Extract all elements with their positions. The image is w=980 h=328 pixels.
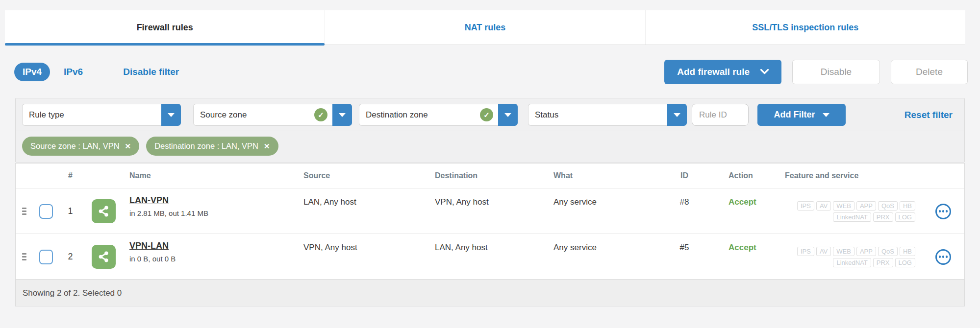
filter-tag-label: Destination zone : LAN, VPN [154, 141, 258, 151]
status-filter: Status [528, 104, 687, 126]
table-header-row: # Name Source Destination What ID Action… [16, 164, 964, 188]
badge-app: APP [856, 247, 876, 256]
badge-av: AV [816, 247, 831, 256]
filter-tag-source-zone: Source zone : LAN, VPN ✕ [22, 137, 139, 156]
badge-ips: IPS [797, 201, 814, 211]
triangle-down-icon [823, 113, 829, 117]
rule-traffic-stats: in 2.81 MB, out 1.41 MB [129, 209, 300, 217]
filter-panel: Rule type Source zone ✓ Destination zone… [15, 98, 965, 163]
source-zone-filter: Source zone ✓ [193, 104, 352, 126]
rule-id-input[interactable] [692, 104, 749, 126]
remove-filter-icon[interactable]: ✕ [264, 142, 270, 151]
badge-av: AV [816, 201, 831, 211]
cell-what: Any service [550, 234, 667, 280]
source-zone-dropdown-button[interactable] [332, 104, 352, 126]
table-row: 1 LAN-VPN in 2.81 MB, out 1.41 MB LAN, A… [16, 188, 964, 234]
cell-rule-id: #8 [667, 188, 702, 234]
header-destination: Destination [431, 171, 550, 180]
tab-firewall-rules[interactable]: Firewall rules [5, 10, 325, 45]
badge-prx: PRX [873, 212, 893, 222]
destination-zone-filter: Destination zone ✓ [359, 104, 518, 126]
cell-destination: LAN, Any host [431, 234, 550, 280]
active-filter-tags: Source zone : LAN, VPN ✕ Destination zon… [16, 131, 964, 161]
firewall-rules-table: # Name Source Destination What ID Action… [15, 163, 965, 306]
badge-hb: HB [900, 247, 915, 256]
rule-type-dropdown-button[interactable] [161, 104, 181, 126]
row-checkbox[interactable] [39, 250, 53, 264]
source-zone-label: Source zone [200, 110, 314, 120]
badge-web: WEB [833, 201, 854, 211]
tab-ssl-tls-inspection-rules[interactable]: SSL/TLS inspection rules [645, 10, 965, 45]
badge-qos: QoS [878, 247, 898, 256]
rule-name-link[interactable]: VPN-LAN [129, 241, 169, 251]
toolbar: IPv4 IPv6 Disable filter Add firewall ru… [14, 59, 968, 84]
drag-handle[interactable] [22, 207, 26, 216]
header-name: Name [126, 171, 300, 180]
showing-summary: Showing 2 of 2. Selected 0 [23, 288, 122, 298]
filter-tag-label: Source zone : LAN, VPN [30, 141, 120, 151]
remove-filter-icon[interactable]: ✕ [125, 142, 131, 151]
header-feature-and-service: Feature and service [765, 171, 922, 180]
reset-filter-link[interactable]: Reset filter [905, 110, 958, 120]
add-firewall-rule-button[interactable]: Add firewall rule [664, 60, 781, 84]
ipv4-toggle[interactable]: IPv4 [14, 63, 50, 81]
rule-type-select[interactable]: Rule type [22, 104, 161, 126]
feature-badges: IPS AV WEB APP QoS HB LinkedNAT PRX LOG [765, 234, 922, 280]
row-menu-ellipsis-icon[interactable] [935, 249, 951, 265]
delete-button[interactable]: Delete [891, 60, 968, 84]
add-filter-button[interactable]: Add Filter [757, 104, 846, 126]
triangle-down-icon [168, 113, 175, 117]
add-filter-label: Add Filter [774, 110, 815, 120]
disable-button[interactable]: Disable [792, 60, 880, 84]
badge-linkednat: LinkedNAT [833, 258, 871, 267]
cell-source: LAN, Any host [300, 188, 431, 234]
add-firewall-rule-label: Add firewall rule [677, 67, 750, 77]
rule-name-link[interactable]: LAN-VPN [129, 195, 169, 206]
cell-rule-id: #5 [667, 234, 702, 280]
rule-type-share-icon [92, 245, 116, 269]
rule-type-share-icon [92, 199, 116, 223]
tab-nat-rules[interactable]: NAT rules [325, 10, 645, 45]
status-dropdown-button[interactable] [667, 104, 687, 126]
badge-web: WEB [833, 247, 854, 256]
cell-action: Accept [702, 234, 765, 280]
header-what: What [550, 171, 667, 180]
row-checkbox[interactable] [39, 204, 53, 219]
header-action: Action [702, 171, 765, 180]
cell-source: VPN, Any host [300, 234, 431, 280]
status-label: Status [535, 110, 662, 120]
filter-row: Rule type Source zone ✓ Destination zone… [16, 98, 964, 126]
rule-type-label: Rule type [29, 110, 156, 120]
row-number: 2 [59, 234, 81, 280]
destination-zone-dropdown-button[interactable] [498, 104, 518, 126]
badge-log: LOG [895, 258, 915, 267]
triangle-down-icon [504, 113, 511, 117]
filter-applied-check-icon: ✓ [480, 108, 493, 121]
filter-applied-check-icon: ✓ [314, 108, 327, 121]
badge-qos: QoS [878, 201, 898, 211]
cell-what: Any service [550, 188, 667, 234]
cell-destination: VPN, Any host [431, 188, 550, 234]
rule-type-filter: Rule type [22, 104, 181, 126]
disable-filter-link[interactable]: Disable filter [123, 67, 179, 77]
cell-action: Accept [702, 188, 765, 234]
source-zone-select[interactable]: Source zone ✓ [193, 104, 332, 126]
table-row: 2 VPN-LAN in 0 B, out 0 B VPN, Any host … [16, 234, 964, 280]
header-source: Source [300, 171, 431, 180]
destination-zone-label: Destination zone [366, 110, 480, 120]
ipv6-toggle[interactable]: IPv6 [64, 67, 83, 77]
badge-hb: HB [900, 201, 915, 211]
filter-tag-destination-zone: Destination zone : LAN, VPN ✕ [146, 137, 278, 156]
destination-zone-select[interactable]: Destination zone ✓ [359, 104, 498, 126]
badge-linkednat: LinkedNAT [833, 212, 871, 222]
status-select[interactable]: Status [528, 104, 667, 126]
row-menu-ellipsis-icon[interactable] [935, 204, 951, 219]
drag-handle[interactable] [22, 253, 26, 261]
row-number: 1 [59, 188, 81, 234]
feature-badges: IPS AV WEB APP QoS HB LinkedNAT PRX LOG [765, 188, 922, 234]
badge-log: LOG [895, 212, 915, 222]
rule-traffic-stats: in 0 B, out 0 B [129, 255, 300, 263]
triangle-down-icon [674, 113, 680, 117]
badge-app: APP [856, 201, 876, 211]
badge-ips: IPS [797, 247, 814, 256]
